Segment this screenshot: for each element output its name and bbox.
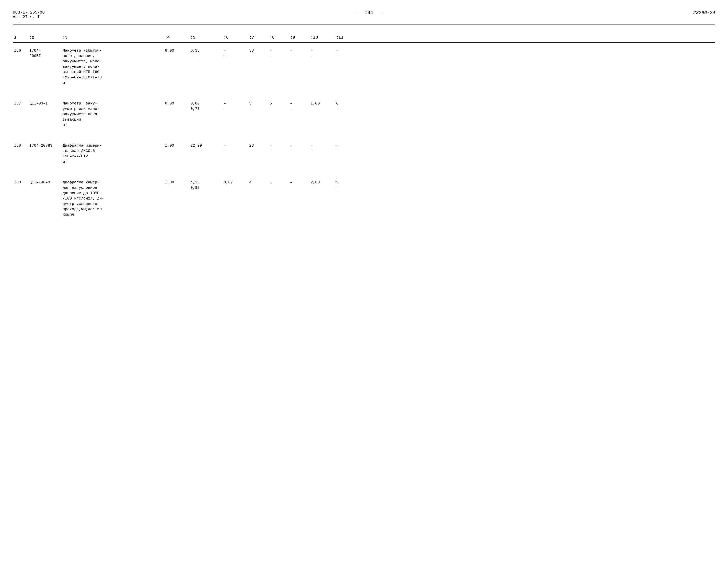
col-header-2: :2 bbox=[28, 35, 61, 40]
cell-col4: I,00 bbox=[164, 143, 189, 148]
table-rows: I86I704– 200BIМанометр избыточ- ного дав… bbox=[13, 43, 715, 228]
cell-description: Манометр избыточ- ного давления, вакуумм… bbox=[61, 48, 164, 86]
cell-description: Диафрагма измери- тельная ДКСО,6– I50–2–… bbox=[61, 143, 164, 165]
table-row: I86I704– 200BIМанометр избыточ- ного дав… bbox=[13, 43, 715, 88]
header-center: – I44 – bbox=[60, 10, 678, 15]
header-divider bbox=[13, 25, 715, 25]
cell-col9: – – bbox=[289, 101, 309, 112]
col-header-7: :7 bbox=[248, 35, 268, 40]
header-left: 903-I- 265-88 Ал. 2I ч. I bbox=[13, 10, 45, 20]
cell-col8: – – bbox=[268, 48, 289, 59]
column-headers: I :2 :3 :4 :5 :6 :7 :8 :9 :IO :II bbox=[13, 33, 715, 43]
cell-num: I86 bbox=[13, 48, 28, 53]
cell-col4: I,00 bbox=[164, 180, 189, 185]
cell-col9: – – bbox=[289, 180, 309, 191]
col-header-6: :6 bbox=[222, 35, 248, 40]
dash2: – bbox=[381, 10, 383, 15]
cell-col10: I,00 – bbox=[309, 101, 335, 112]
cell-col10: 2,00 – bbox=[309, 180, 335, 191]
col-header-5: :5 bbox=[189, 35, 222, 40]
col-header-8: :8 bbox=[268, 35, 289, 40]
cell-col11: – – bbox=[335, 48, 355, 59]
cell-col8: 5 bbox=[268, 101, 289, 106]
table-row: I87ЦII–93–IМанометр, ваку- умметр или ма… bbox=[13, 96, 715, 130]
dash1: – bbox=[354, 10, 357, 15]
cell-col5: 0,80 0,77 bbox=[189, 101, 222, 112]
cell-col7: 4 bbox=[248, 180, 268, 185]
cell-col8: – – bbox=[268, 143, 289, 154]
cell-code: I704–20783 bbox=[28, 143, 61, 148]
cell-col4: 6,00 bbox=[164, 48, 189, 53]
sheet-label: Ал. 2I ч. I bbox=[13, 15, 45, 20]
cell-col11: 2 – bbox=[335, 180, 355, 191]
col-header-11: :II bbox=[335, 35, 355, 40]
col-header-1: I bbox=[13, 35, 28, 40]
cell-description: Диафрагма камер- ная на условное давлени… bbox=[61, 180, 164, 218]
cell-col4: 6,00 bbox=[164, 101, 189, 106]
cell-code: ЦII–I40–3 bbox=[28, 180, 61, 185]
col-header-4: :4 bbox=[164, 35, 189, 40]
right-number: 23296-24 bbox=[693, 10, 715, 15]
cell-col5: 22,99 – bbox=[189, 143, 222, 154]
doc-number: 903-I- 265-88 bbox=[13, 10, 45, 15]
cell-col7: 38 bbox=[248, 48, 268, 53]
cell-num: I88 bbox=[13, 143, 28, 148]
cell-col6: 0,07 bbox=[222, 180, 248, 185]
cell-num: I89 bbox=[13, 180, 28, 185]
cell-col11: – – bbox=[335, 143, 355, 154]
cell-col10: – – bbox=[309, 48, 335, 59]
page-number: I44 bbox=[365, 10, 373, 15]
col-header-3: :3 bbox=[61, 35, 164, 40]
cell-description: Манометр, ваку- умметр или мано- вакуумм… bbox=[61, 101, 164, 128]
cell-col9: – – bbox=[289, 143, 309, 154]
cell-col5: 4,36 0,98 bbox=[189, 180, 222, 191]
cell-col11: 6 – bbox=[335, 101, 355, 112]
cell-num: I87 bbox=[13, 101, 28, 106]
table-row: I89ЦII–I40–3Диафрагма камер- ная на усло… bbox=[13, 175, 715, 220]
col-header-9: :9 bbox=[289, 35, 309, 40]
cell-col6: – – bbox=[222, 101, 248, 112]
cell-col6: – – bbox=[222, 143, 248, 154]
cell-code: ЦII–93–I bbox=[28, 101, 61, 106]
cell-col5: 6,35 – bbox=[189, 48, 222, 59]
cell-code: I704– 200BI bbox=[28, 48, 61, 59]
table-row: I88I704–20783Диафрагма измери- тельная Д… bbox=[13, 138, 715, 167]
main-table: I :2 :3 :4 :5 :6 :7 :8 :9 :IO :II I86I70… bbox=[13, 33, 715, 228]
cell-col6: – – bbox=[222, 48, 248, 59]
cell-col7: 23 bbox=[248, 143, 268, 148]
col-header-10: :IO bbox=[309, 35, 335, 40]
cell-col9: – – bbox=[289, 48, 309, 59]
header: 903-I- 265-88 Ал. 2I ч. I – I44 – 23296-… bbox=[13, 10, 715, 25]
cell-col10: – – bbox=[309, 143, 335, 154]
cell-col7: 5 bbox=[248, 101, 268, 106]
cell-col8: I bbox=[268, 180, 289, 185]
